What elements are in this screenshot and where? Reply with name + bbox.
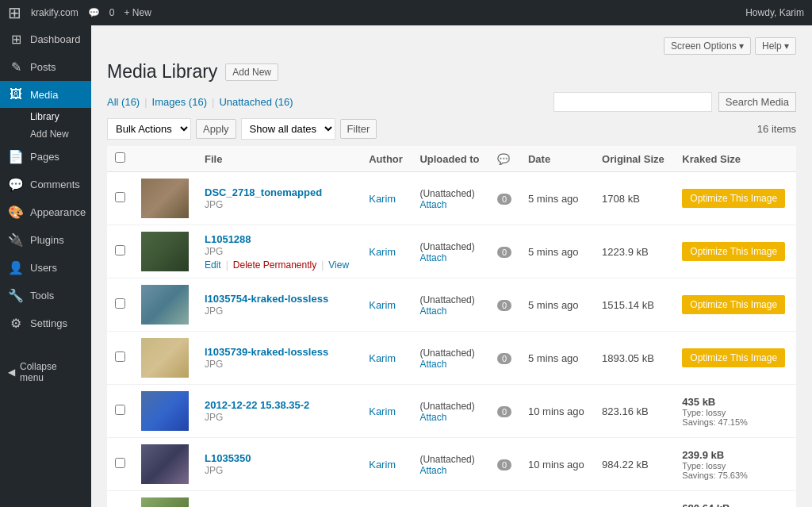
author-3[interactable]: Karim — [369, 299, 396, 311]
attach-link-2[interactable]: Attach — [419, 252, 481, 263]
site-name[interactable]: krakify.com — [31, 7, 79, 18]
top-bar-left: ⊞ krakify.com 💬 0 + New — [8, 3, 151, 22]
search-input[interactable] — [553, 92, 712, 112]
file-type-3: JPG — [205, 305, 223, 317]
date-filter-select[interactable]: Show all dates — [241, 118, 335, 140]
row-action-delete-2[interactable]: Delete Permanently — [233, 259, 316, 271]
top-right-bar: Screen Options ▾ Help ▾ — [107, 37, 796, 55]
attach-link-3[interactable]: Attach — [419, 305, 481, 317]
thumbnail-5 — [141, 391, 189, 431]
author-6[interactable]: Karim — [369, 459, 396, 471]
attach-link-6[interactable]: Attach — [419, 465, 481, 476]
col-file: File — [197, 146, 361, 172]
search-button[interactable]: Search Media — [718, 92, 796, 112]
attach-link-4[interactable]: Attach — [419, 359, 481, 370]
table-header-row: File Author Uploaded to 💬 Date Original … — [107, 146, 796, 172]
filter-tab-images[interactable]: Images (16) — [152, 96, 207, 108]
table-row: l1035739-kraked-lossless JPG Karim (Unat… — [107, 332, 796, 385]
file-type-5: JPG — [205, 412, 223, 423]
file-name-2[interactable]: L1051288 — [205, 233, 251, 245]
upload-status-3: (Unattached) — [419, 294, 474, 305]
row-checkbox-5[interactable] — [115, 405, 125, 415]
author-1[interactable]: Karim — [369, 193, 396, 205]
author-2[interactable]: Karim — [369, 246, 396, 258]
author-4[interactable]: Karim — [369, 352, 396, 364]
original-size-6: 984.22 kB — [594, 438, 674, 491]
col-date: Date — [520, 146, 594, 172]
table-row: L1051288 JPG Edit|Delete Permanently|Vie… — [107, 225, 796, 278]
file-type-4: JPG — [205, 359, 223, 370]
wp-logo-icon: ⊞ — [8, 3, 21, 22]
select-all-checkbox[interactable] — [115, 152, 125, 163]
plugins-icon: 🔌 — [8, 232, 24, 248]
sidebar-item-comments[interactable]: 💬 Comments — [0, 171, 91, 198]
action-bar: Bulk Actions Apply Show all dates Filter… — [107, 118, 796, 140]
media-table: File Author Uploaded to 💬 Date Original … — [107, 146, 796, 507]
howdy-text: Howdy, Karim — [745, 7, 804, 18]
filter-sep-1: | — [144, 96, 147, 108]
users-icon: 👤 — [8, 260, 24, 275]
row-checkbox-1[interactable] — [115, 192, 125, 202]
row-action-view-2[interactable]: View — [328, 259, 349, 271]
optimize-button-4[interactable]: Optimize This Image — [682, 348, 785, 367]
sidebar-item-appearance[interactable]: 🎨 Appearance — [0, 198, 91, 226]
bulk-actions-select[interactable]: Bulk Actions — [107, 118, 191, 140]
attach-link-5[interactable]: Attach — [419, 412, 481, 423]
thumbnail-2 — [141, 232, 189, 271]
dashboard-icon: ⊞ — [8, 32, 24, 47]
kraked-info-5: 435 kB Type: lossy Savings: 47.15% — [682, 396, 788, 427]
upload-status-4: (Unattached) — [419, 348, 474, 359]
thumbnail-6 — [141, 444, 189, 484]
sidebar-sub-library[interactable]: Library — [0, 108, 91, 125]
upload-status-2: (Unattached) — [419, 241, 474, 252]
sidebar-item-posts[interactable]: ✎ Posts — [0, 53, 91, 81]
original-size-4: 1893.05 kB — [594, 332, 674, 385]
date-4: 5 mins ago — [520, 332, 594, 385]
comment-count-4: 0 — [497, 353, 511, 364]
sidebar-item-label: Users — [30, 262, 57, 274]
file-name-1[interactable]: DSC_2718_tonemapped — [205, 186, 322, 198]
help-button[interactable]: Help ▾ — [755, 37, 796, 55]
new-item-link[interactable]: + New — [124, 7, 151, 18]
optimize-button-1[interactable]: Optimize This Image — [682, 189, 785, 208]
sidebar-item-tools[interactable]: 🔧 Tools — [0, 282, 91, 309]
sidebar: ⊞ Dashboard ✎ Posts 🖼 Media Library Add … — [0, 25, 91, 507]
col-comments: 💬 — [489, 146, 520, 172]
kraked-savings-5: Savings: 47.15% — [682, 417, 788, 427]
sidebar-item-plugins[interactable]: 🔌 Plugins — [0, 226, 91, 254]
filter-tab-all[interactable]: All (16) — [107, 96, 140, 108]
sidebar-sub-add-new[interactable]: Add New — [0, 125, 91, 143]
kraked-info-7: 680.64 kB Type: lossy Savings: 60% — [682, 502, 788, 508]
row-action-edit-2[interactable]: Edit — [205, 259, 221, 271]
original-size-3: 1515.14 kB — [594, 278, 674, 332]
add-new-button[interactable]: Add New — [225, 63, 278, 81]
kraked-size-6: 239.9 kB — [682, 449, 788, 461]
optimize-button-2[interactable]: Optimize This Image — [682, 242, 785, 261]
table-row: 2012-12-22 15.38.35-2 JPG Karim (Unattac… — [107, 385, 796, 438]
collapse-menu-button[interactable]: ◀ Collapse menu — [0, 353, 91, 391]
sidebar-item-settings[interactable]: ⚙ Settings — [0, 309, 91, 337]
filter-tab-unattached[interactable]: Unattached (16) — [219, 96, 293, 108]
row-checkbox-2[interactable] — [115, 245, 125, 255]
sidebar-item-media[interactable]: 🖼 Media — [0, 81, 91, 108]
row-actions-2: Edit|Delete Permanently|View — [205, 259, 353, 271]
sidebar-item-pages[interactable]: 📄 Pages — [0, 143, 91, 171]
file-name-6[interactable]: L1035350 — [205, 452, 251, 464]
comment-count-6: 0 — [497, 459, 511, 471]
sidebar-item-dashboard[interactable]: ⊞ Dashboard — [0, 25, 91, 53]
optimize-button-3[interactable]: Optimize This Image — [682, 295, 785, 314]
file-name-4[interactable]: l1035739-kraked-lossless — [205, 346, 328, 358]
row-checkbox-4[interactable] — [115, 351, 125, 362]
row-checkbox-6[interactable] — [115, 458, 125, 468]
file-name-5[interactable]: 2012-12-22 15.38.35-2 — [205, 399, 309, 411]
filter-button[interactable]: Filter — [340, 119, 377, 139]
sidebar-item-label: Tools — [30, 290, 54, 302]
apply-button[interactable]: Apply — [196, 119, 236, 139]
screen-options-button[interactable]: Screen Options ▾ — [664, 37, 751, 55]
sidebar-item-users[interactable]: 👤 Users — [0, 254, 91, 282]
tools-icon: 🔧 — [8, 288, 24, 303]
row-checkbox-3[interactable] — [115, 298, 125, 309]
author-5[interactable]: Karim — [369, 405, 396, 417]
file-name-3[interactable]: l1035754-kraked-lossless — [205, 293, 328, 305]
attach-link-1[interactable]: Attach — [419, 199, 481, 210]
